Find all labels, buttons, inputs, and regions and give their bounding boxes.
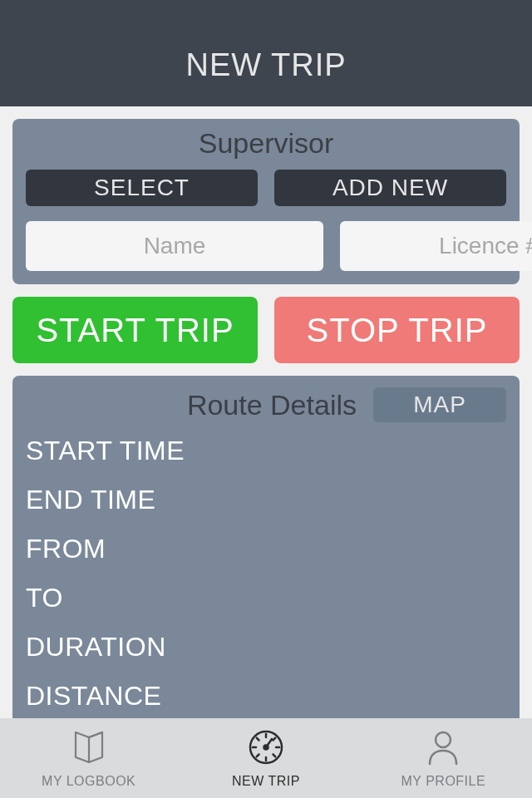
svg-point-11: [436, 732, 451, 747]
route-start-time-label: START TIME: [26, 436, 506, 466]
stop-trip-button[interactable]: STOP TRIP: [274, 297, 520, 363]
route-fields-list: START TIME END TIME FROM TO DURATION DIS…: [26, 436, 506, 712]
route-details-card: Route Details MAP START TIME END TIME FR…: [12, 376, 520, 718]
page-title: NEW TRIP: [185, 47, 346, 83]
gauge-icon: [246, 727, 286, 771]
tab-new-trip[interactable]: NEW TRIP: [177, 718, 354, 798]
svg-line-7: [257, 755, 259, 757]
add-new-supervisor-button[interactable]: ADD NEW: [274, 170, 506, 206]
supervisor-title: Supervisor: [26, 127, 506, 160]
tab-my-profile[interactable]: MY PROFILE: [355, 718, 532, 798]
route-end-time-label: END TIME: [26, 485, 506, 515]
route-to-label: TO: [26, 583, 506, 613]
svg-line-5: [257, 738, 259, 741]
start-trip-button[interactable]: START TRIP: [12, 297, 258, 363]
select-supervisor-button[interactable]: SELECT: [26, 170, 258, 206]
svg-line-8: [273, 738, 275, 741]
svg-line-6: [273, 755, 275, 757]
tab-my-logbook-label: MY LOGBOOK: [42, 774, 135, 789]
tab-new-trip-label: NEW TRIP: [232, 774, 300, 789]
svg-point-10: [264, 746, 268, 750]
route-header: Route Details MAP: [26, 387, 506, 422]
tab-my-profile-label: MY PROFILE: [401, 774, 486, 789]
book-icon: [69, 727, 109, 771]
person-icon: [423, 727, 463, 771]
trip-buttons-row: START TRIP STOP TRIP: [12, 297, 520, 363]
app-header: NEW TRIP: [0, 0, 532, 106]
route-from-label: FROM: [26, 534, 506, 564]
supervisor-licence-input[interactable]: [340, 221, 532, 271]
tab-bar: MY LOGBOOK NEW TRIP: [0, 718, 532, 798]
route-distance-label: DISTANCE: [26, 681, 506, 712]
map-button[interactable]: MAP: [373, 387, 506, 422]
content-area: Supervisor SELECT ADD NEW START TRIP STO…: [0, 106, 532, 718]
supervisor-name-input[interactable]: [26, 221, 323, 271]
supervisor-button-row: SELECT ADD NEW: [26, 170, 506, 206]
route-duration-label: DURATION: [26, 632, 506, 663]
route-details-title: Route Details: [187, 389, 357, 421]
supervisor-card: Supervisor SELECT ADD NEW: [12, 119, 520, 284]
tab-my-logbook[interactable]: MY LOGBOOK: [0, 718, 177, 798]
supervisor-input-row: [26, 221, 506, 271]
